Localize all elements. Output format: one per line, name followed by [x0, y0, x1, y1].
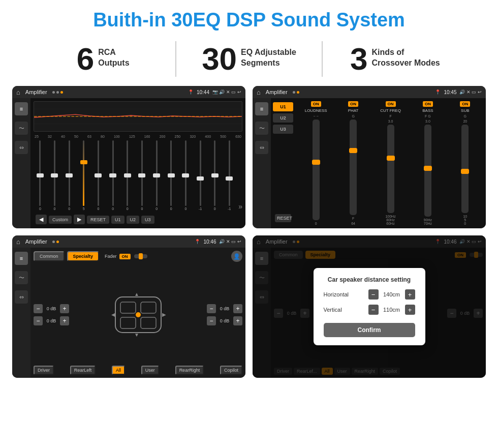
dialog-horizontal-plus[interactable]: + [405, 289, 415, 300]
eq-slider-12[interactable]: 0 [208, 140, 222, 211]
phat-slider[interactable] [350, 120, 357, 215]
fader-plus-2[interactable]: + [60, 316, 69, 325]
fader-sidebar-icon-2[interactable]: 〜 [15, 271, 28, 284]
fader-slider-h[interactable] [134, 254, 147, 258]
dialog-vertical-label: Vertical [324, 307, 342, 313]
bass-slider[interactable] [424, 125, 431, 217]
cross-phat: ON PHAT G F 64 [335, 101, 370, 225]
cross-loudness: ON LOUDNESS ~~ 0 [298, 101, 333, 225]
fader-sidebar: ≡ 〜 ⇔ [12, 248, 30, 378]
fader-minus-3[interactable]: − [207, 304, 216, 313]
cross-u1-btn[interactable]: U1 [273, 102, 293, 111]
dialog-horizontal-controls: − 140cm + [368, 289, 415, 300]
fader-specialty-tab[interactable]: Specialty [67, 251, 100, 261]
fader-db-val-4: 0 dB [217, 318, 232, 323]
fader-minus-4[interactable]: − [207, 316, 216, 325]
cross-main: U1 U2 U3 RESET ON LOUDNESS ~~ [271, 98, 486, 228]
cross-sidebar-icon-2[interactable]: 〜 [255, 122, 268, 135]
loudness-slider[interactable] [313, 120, 320, 220]
cross-preset-col: U1 U2 U3 RESET [271, 98, 295, 228]
fader-plus-1[interactable]: + [60, 304, 69, 313]
fader-db-val-2: 0 dB [44, 318, 58, 323]
cross-u2-btn[interactable]: U2 [273, 113, 293, 123]
phat-on[interactable]: ON [348, 101, 358, 107]
cross-u3-btn[interactable]: U3 [273, 125, 293, 134]
cutfreq-on[interactable]: ON [386, 101, 396, 107]
eq-arrow-end: » [238, 202, 242, 211]
cross-icons: 🔊 ✕ ▭ ↩ [459, 89, 482, 95]
fader-minus-2[interactable]: − [34, 316, 43, 325]
eq-slider-3[interactable]: 5 [77, 140, 90, 211]
eq-slider-7[interactable]: 0 [136, 140, 149, 211]
dialog-vertical-plus[interactable]: + [405, 305, 415, 315]
eq-reset-btn[interactable]: RESET [87, 216, 109, 224]
fader-plus-3[interactable]: + [233, 304, 242, 313]
eq-u2-btn[interactable]: U2 [127, 216, 140, 224]
eq-slider-6[interactable]: 0 [121, 140, 134, 211]
fader-minus-1[interactable]: − [34, 304, 43, 313]
cross-home-icon: ⌂ [257, 88, 261, 96]
screens-grid: ⌂ Amplifier 📍 10:44 📷 🔊 ✕ ▭ ↩ ≡ 〜 ⇔ [0, 83, 498, 383]
eq-sidebar-icon-1[interactable]: ≡ [15, 102, 28, 115]
fader-all-btn[interactable]: All [112, 366, 125, 375]
dialog-confirm-button[interactable]: Confirm [324, 323, 415, 337]
eq-slider-1[interactable]: 0 [48, 140, 61, 211]
stat-number-6: 6 [77, 43, 94, 75]
fader-pin-icon: 📍 [195, 239, 200, 244]
fader-sidebar-icon-3[interactable]: ⇔ [15, 290, 28, 304]
fader-dialog-screen-card: ⌂ Amplifier 📍 10:46 🔊 ✕ ▭ ↩ ≡ 〜 ⇔ Common… [253, 235, 486, 378]
fader-top-row: Common Specialty Fader ON 👤 [34, 251, 242, 262]
cross-sidebar-icon-1[interactable]: ≡ [255, 102, 268, 115]
fader-driver-btn[interactable]: Driver [34, 366, 54, 375]
stat-number-30: 30 [202, 43, 237, 75]
fader-sidebar-icon-1[interactable]: ≡ [15, 252, 28, 265]
eq-slider-10[interactable]: 0 [179, 140, 193, 211]
svg-text:◀: ◀ [111, 312, 115, 317]
crossover-screen-card: ⌂ Amplifier 📍 10:45 🔊 ✕ ▭ ↩ ≡ 〜 ⇔ U1 U2 … [253, 86, 486, 228]
fader-rearright-btn[interactable]: RearRight [175, 366, 204, 375]
eq-prev-btn[interactable]: ◀ [36, 215, 47, 224]
eq-slider-13[interactable]: -1 [223, 140, 236, 211]
stat-label-crossover: Kinds ofCrossover Modes [371, 43, 440, 69]
cross-reset-btn[interactable]: RESET [275, 214, 291, 222]
dialog-horizontal-minus[interactable]: − [368, 289, 379, 300]
fader-db-val-3: 0 dB [217, 306, 232, 311]
svg-text:▲: ▲ [134, 292, 139, 297]
sub-on[interactable]: ON [460, 101, 470, 107]
cross-bass: ON BASS F G 3.0 90Hz70Hz [410, 101, 445, 225]
fader-copilot-btn[interactable]: Copilot [220, 366, 242, 375]
cross-sidebar-icon-3[interactable]: ⇔ [255, 141, 268, 154]
eq-sidebar-icon-2[interactable]: 〜 [15, 122, 28, 135]
stat-item-eq: 30 EQ AdjustableSegments [176, 43, 321, 75]
eq-slider-5[interactable]: 0 [106, 140, 119, 211]
eq-u3-btn[interactable]: U3 [141, 216, 154, 224]
fader-topbar: ⌂ Amplifier 📍 10:46 🔊 ✕ ▭ ↩ [12, 235, 245, 248]
eq-custom-btn[interactable]: Custom [49, 216, 72, 224]
fader-screen-card: ⌂ Amplifier 📍 10:46 🔊 ✕ ▭ ↩ ≡ 〜 ⇔ Common… [12, 235, 245, 378]
eq-slider-9[interactable]: 0 [165, 140, 178, 211]
eq-slider-4[interactable]: 0 [92, 140, 105, 211]
dialog-vertical-minus[interactable]: − [368, 305, 379, 315]
eq-screen-card: ⌂ Amplifier 📍 10:44 📷 🔊 ✕ ▭ ↩ ≡ 〜 ⇔ [12, 86, 245, 228]
eq-u1-btn[interactable]: U1 [111, 216, 124, 224]
eq-slider-2[interactable]: 0 [63, 140, 76, 211]
eq-slider-8[interactable]: 0 [150, 140, 163, 211]
cutfreq-slider[interactable] [387, 125, 394, 213]
eq-slider-11[interactable]: -1 [194, 140, 207, 211]
eq-slider-0[interactable]: 0 [34, 140, 47, 211]
topbar-title-eq: Amplifier [25, 89, 47, 95]
cross-topbar: ⌂ Amplifier 📍 10:45 🔊 ✕ ▭ ↩ [253, 86, 486, 98]
sub-label: SUB [461, 108, 469, 113]
fader-user-icon[interactable]: 👤 [231, 251, 242, 262]
fader-plus-4[interactable]: + [233, 316, 242, 325]
eq-sidebar-icon-3[interactable]: ⇔ [15, 141, 28, 154]
fader-home-icon: ⌂ [16, 238, 20, 246]
sub-slider[interactable] [461, 125, 469, 213]
bass-on[interactable]: ON [423, 101, 433, 107]
svg-rect-4 [120, 302, 136, 313]
fader-common-tab[interactable]: Common [34, 251, 65, 261]
fader-user-btn[interactable]: User [141, 366, 159, 375]
loudness-on[interactable]: ON [311, 101, 321, 107]
fader-rearleft-btn[interactable]: RearLeft [70, 366, 96, 375]
eq-next-btn[interactable]: ▶ [74, 215, 85, 224]
